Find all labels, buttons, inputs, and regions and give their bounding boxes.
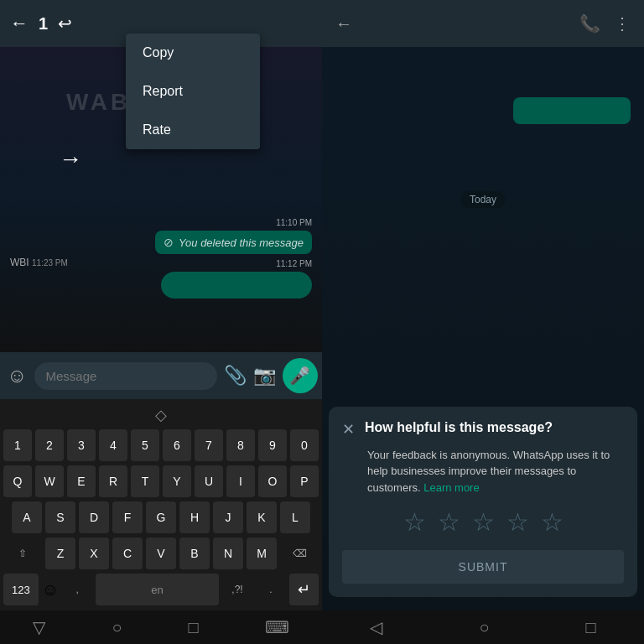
wbi-time: 11:23 PM — [32, 258, 68, 267]
deleted-message-bubble: ⊘ You deleted this message — [155, 231, 312, 254]
kb-key-s[interactable]: S — [45, 501, 75, 533]
kb-key-w[interactable]: W — [35, 465, 64, 497]
kb-key-h[interactable]: H — [179, 501, 210, 533]
kb-key-j[interactable]: J — [213, 501, 243, 533]
kb-backspace-key[interactable]: ⌫ — [280, 538, 319, 569]
kb-key-b[interactable]: B — [179, 538, 210, 569]
kb-key-k[interactable]: K — [247, 501, 277, 533]
kb-key-x[interactable]: X — [79, 538, 109, 569]
star-2[interactable]: ☆ — [438, 507, 460, 537]
kb-key-9[interactable]: 9 — [258, 429, 287, 461]
kb-toolbar-icon: ◇ — [148, 404, 174, 426]
kb-shift-key[interactable]: ⇧ — [3, 538, 42, 569]
mic-button[interactable]: 🎤 — [283, 358, 318, 393]
kb-enter-key[interactable]: ↵ — [289, 574, 319, 605]
emoji-button[interactable]: ☺ — [7, 364, 28, 387]
kb-key-i[interactable]: I — [226, 465, 255, 497]
today-label: Today — [461, 191, 505, 208]
kb-num-key[interactable]: 123 — [3, 574, 39, 605]
right-chat-header: ← 📞 ⋮ — [322, 0, 644, 47]
message-input[interactable] — [34, 362, 217, 390]
kb-key-m[interactable]: M — [247, 538, 277, 569]
star-1[interactable]: ☆ — [403, 507, 426, 537]
kb-key-n[interactable]: N — [213, 538, 243, 569]
kb-key-c[interactable]: C — [112, 538, 143, 569]
deleted-text: You deleted this message — [179, 236, 304, 249]
kb-key-1[interactable]: 1 — [3, 429, 32, 461]
kb-comma-key[interactable]: , — [62, 574, 92, 605]
dialog-title: How helpful is this message? — [365, 420, 553, 435]
context-report[interactable]: Report — [126, 72, 260, 111]
mic-icon: 🎤 — [289, 366, 310, 386]
kb-key-5[interactable]: 5 — [131, 429, 159, 461]
kb-key-u[interactable]: U — [195, 465, 223, 497]
camera-button[interactable]: 📷 — [253, 365, 276, 387]
context-copy[interactable]: Copy — [126, 34, 260, 72]
nav-recents-icon[interactable]: □ — [188, 618, 198, 637]
kb-key-2[interactable]: 2 — [35, 429, 64, 461]
more-menu-icon[interactable]: ⋮ — [614, 13, 631, 34]
kb-toolbar: ◇ — [3, 404, 319, 426]
right-header-icons: 📞 ⋮ — [579, 13, 631, 34]
kb-key-6[interactable]: 6 — [163, 429, 191, 461]
kb-key-o[interactable]: O — [258, 465, 287, 497]
kb-key-q[interactable]: Q — [3, 465, 32, 497]
learn-more-link[interactable]: Learn more — [423, 481, 479, 494]
submit-button[interactable]: SUBMIT — [342, 550, 624, 584]
context-rate[interactable]: Rate — [126, 111, 260, 149]
right-nav-recents-icon[interactable]: □ — [585, 618, 595, 637]
kb-key-3[interactable]: 3 — [67, 429, 96, 461]
kb-row-zxcv: ⇧ Z X C V B N M ⌫ — [3, 538, 319, 569]
star-4[interactable]: ☆ — [506, 507, 529, 537]
add-call-icon[interactable]: 📞 — [579, 13, 600, 34]
kb-key-r[interactable]: R — [99, 465, 127, 497]
stars-row: ☆ ☆ ☆ ☆ ☆ — [342, 507, 624, 537]
back-button[interactable]: ← — [10, 13, 29, 34]
star-3[interactable]: ☆ — [472, 507, 495, 537]
kb-key-t[interactable]: T — [131, 465, 159, 497]
reply-icon: ↩ — [58, 13, 72, 34]
nav-back-icon[interactable]: ▽ — [33, 617, 45, 637]
input-bar: ☺ 📎 📷 🎤 — [0, 352, 322, 399]
wbi-label: WBI 11:23 PM — [10, 257, 68, 268]
kb-space-key[interactable]: en — [96, 574, 219, 605]
kb-key-8[interactable]: 8 — [226, 429, 255, 461]
rating-dialog: ✕ How helpful is this message? Your feed… — [329, 407, 637, 598]
kb-key-v[interactable]: V — [146, 538, 176, 569]
kb-row-qwerty: Q W E R T Y U I O P — [3, 465, 319, 497]
star-5[interactable]: ☆ — [541, 507, 564, 537]
kb-key-f[interactable]: F — [112, 501, 143, 533]
right-nav-back-icon[interactable]: ◁ — [370, 617, 382, 637]
left-panel: ← 1 ↩ Copy Report Rate WABETAINFO → 11:1… — [0, 0, 322, 644]
msg-time-2: 11:12 PM — [276, 259, 312, 268]
msg-time-1: 11:10 PM — [276, 218, 312, 227]
deleted-icon: ⊘ — [164, 236, 174, 249]
kb-emoji-key[interactable]: ☺ — [42, 574, 59, 605]
kb-period-key[interactable]: . — [256, 574, 286, 605]
kb-key-4[interactable]: 4 — [99, 429, 127, 461]
kb-key-y[interactable]: Y — [163, 465, 191, 497]
wbi-text: WBI — [10, 257, 29, 268]
kb-row-numbers: 1 2 3 4 5 6 7 8 9 0 — [3, 429, 319, 461]
attach-button[interactable]: 📎 — [224, 365, 247, 387]
dialog-close-button[interactable]: ✕ — [342, 420, 355, 439]
right-panel: ← 📞 ⋮ Today ✕ How helpful is this messag… — [322, 0, 644, 644]
kb-key-p[interactable]: P — [290, 465, 319, 497]
nav-bar-right: ◁ ○ □ — [322, 610, 644, 644]
kb-key-7[interactable]: 7 — [195, 429, 223, 461]
right-green-bubble — [513, 97, 631, 124]
kb-key-a[interactable]: A — [12, 501, 42, 533]
right-back-button[interactable]: ← — [335, 14, 352, 34]
kb-special-key[interactable]: ,?! — [222, 574, 252, 605]
right-nav-home-icon[interactable]: ○ — [479, 618, 489, 637]
kb-key-e[interactable]: E — [67, 465, 96, 497]
kb-row-asdf: A S D F G H J K L — [3, 501, 319, 533]
kb-key-0[interactable]: 0 — [290, 429, 319, 461]
context-menu: Copy Report Rate — [126, 34, 260, 149]
nav-keyboard-icon[interactable]: ⌨ — [265, 617, 289, 637]
kb-key-l[interactable]: L — [280, 501, 310, 533]
nav-home-icon[interactable]: ○ — [112, 618, 122, 637]
kb-key-z[interactable]: Z — [45, 538, 75, 569]
kb-key-d[interactable]: D — [79, 501, 109, 533]
kb-key-g[interactable]: G — [146, 501, 176, 533]
